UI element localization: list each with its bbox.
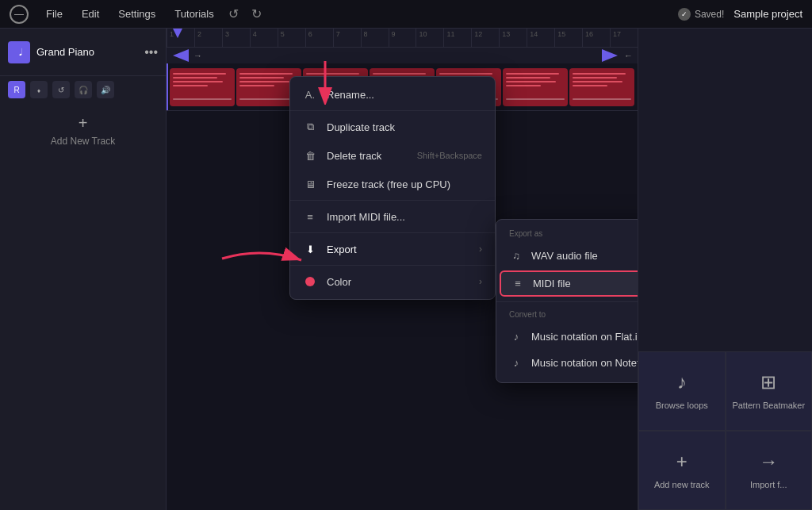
browse-loops-label: Browse loops <box>656 400 708 411</box>
ruler-tick-9: 9 <box>389 29 416 47</box>
panel-card-import[interactable]: → Import f... <box>726 431 813 510</box>
noteflight-icon: ♪ <box>509 357 523 369</box>
freeze-icon: 🖥 <box>303 177 317 191</box>
content-area: 1 2 3 4 5 6 7 8 9 10 11 12 13 14 15 16 1… <box>167 29 638 510</box>
playhead-line <box>167 63 168 110</box>
saved-badge: ✓ Saved! <box>678 8 724 21</box>
playhead-right-arrow <box>602 49 618 62</box>
ctx-sep-4 <box>290 265 495 266</box>
ruler: 1 2 3 4 5 6 7 8 9 10 11 12 13 14 15 16 1… <box>167 29 638 48</box>
panel-card-add-track[interactable]: + Add new track <box>638 431 726 510</box>
add-track-panel-label: Add new track <box>654 479 710 490</box>
ctx-delete-label: Delete track <box>327 150 408 162</box>
export-submenu: Export as ♫ WAV audio file ≡ MIDI file C… <box>496 219 638 383</box>
ctx-export-label: Export <box>327 243 469 255</box>
ctrl-headphone-button[interactable]: 🎧 <box>75 81 92 98</box>
color-arrow-icon: › <box>479 276 482 287</box>
menu-bar: — File Edit Settings Tutorials ↺ ↻ ✓ Sav… <box>0 0 812 29</box>
ruler-tick-3: 3 <box>222 29 250 47</box>
playhead-arrows-bar: → ← <box>167 48 638 63</box>
ruler-tick-6: 6 <box>305 29 333 47</box>
ctx-sep-3 <box>290 232 495 233</box>
project-name[interactable]: Sample project <box>733 8 802 20</box>
midi-file-icon: ≡ <box>511 278 525 290</box>
track-more-button[interactable]: ••• <box>144 45 158 59</box>
ruler-tick-17: 17 <box>610 29 638 47</box>
ctx-import-midi[interactable]: ≡ Import MIDI file... <box>290 202 495 231</box>
track-segment-7[interactable] <box>569 68 634 106</box>
ctrl-midi-button[interactable]: ⬧ <box>30 81 48 98</box>
panel-card-pattern-beatmaker[interactable]: ⊞ Pattern Beatmaker <box>726 351 813 431</box>
ruler-numbers: 1 2 3 4 5 6 7 8 9 10 11 12 13 14 15 16 1… <box>167 29 638 47</box>
add-track-button[interactable]: + Add New Track <box>51 114 115 147</box>
menu-bar-right: ✓ Saved! Sample project <box>678 8 802 21</box>
ctx-duplicate[interactable]: ⧉ Duplicate track <box>290 113 495 141</box>
export-midi[interactable]: ≡ MIDI file <box>500 270 638 297</box>
menu-settings[interactable]: Settings <box>110 5 163 23</box>
ruler-tick-14: 14 <box>527 29 554 47</box>
app-logo[interactable]: — <box>10 5 29 24</box>
redo-button[interactable]: ↻ <box>248 6 265 21</box>
ctx-rename[interactable]: A. Rename... <box>290 80 495 109</box>
playhead-left-arrow <box>173 49 189 62</box>
export-as-label: Export as <box>496 226 638 243</box>
ruler-tick-11: 11 <box>443 29 471 47</box>
export-wav[interactable]: ♫ WAV audio file <box>496 243 638 269</box>
ruler-tick-7: 7 <box>333 29 361 47</box>
panel-card-browse-loops[interactable]: ♪ Browse loops <box>638 351 726 431</box>
export-wav-label: WAV audio file <box>531 250 598 262</box>
ruler-tick-8: 8 <box>361 29 389 47</box>
ctrl-speaker-button[interactable]: 🔊 <box>97 81 114 98</box>
ruler-tick-16: 16 <box>582 29 610 47</box>
convert-to-label: Convert to <box>496 307 638 324</box>
track-name: Grand Piano <box>36 46 138 58</box>
ctrl-r-button[interactable]: R <box>8 81 25 98</box>
ruler-tick-2: 2 <box>194 29 222 47</box>
ctx-export[interactable]: ⬇ Export › <box>290 235 495 263</box>
submenu-divider <box>496 301 638 302</box>
ctx-delete-shortcut: Shift+Backspace <box>417 151 482 160</box>
ctrl-vol-button[interactable]: ↺ <box>52 81 70 98</box>
menu-edit[interactable]: Edit <box>74 5 107 23</box>
export-arrow-icon: › <box>479 243 482 255</box>
export-flat-io-label: Music notation on Flat.io <box>531 331 638 343</box>
track-segment-1[interactable] <box>170 68 235 106</box>
browse-loops-icon: ♪ <box>677 371 687 393</box>
ctx-freeze-label: Freeze track (free up CPU) <box>327 178 482 190</box>
export-noteflight[interactable]: ♪ Music notation on Noteflight <box>496 350 638 376</box>
left-sidebar: 𝅘𝅥 Grand Piano ••• R ⬧ ↺ 🎧 🔊 + Add New T… <box>0 29 167 510</box>
saved-label: Saved! <box>695 9 724 20</box>
wav-icon: ♫ <box>509 250 523 262</box>
ruler-tick-12: 12 <box>471 29 499 47</box>
add-track-label: Add New Track <box>51 136 115 147</box>
menu-file[interactable]: File <box>38 5 71 23</box>
import-label: Import f... <box>750 479 787 490</box>
ctx-sep-1 <box>290 110 495 111</box>
ctx-rename-label: Rename... <box>327 89 482 101</box>
ctx-color[interactable]: Color › <box>290 267 495 296</box>
track-icon: 𝅘𝅥 <box>8 41 30 63</box>
export-flat-io[interactable]: ♪ Music notation on Flat.io <box>496 324 638 350</box>
track-header: 𝅘𝅥 Grand Piano ••• <box>0 29 166 76</box>
pattern-beatmaker-label: Pattern Beatmaker <box>732 400 805 411</box>
ctx-import-midi-label: Import MIDI file... <box>327 211 482 223</box>
ruler-tick-4: 4 <box>250 29 278 47</box>
track-controls: R ⬧ ↺ 🎧 🔊 <box>0 81 166 98</box>
delete-icon: 🗑 <box>303 148 317 163</box>
ctx-duplicate-label: Duplicate track <box>327 121 482 133</box>
export-icon: ⬇ <box>303 242 317 256</box>
undo-button[interactable]: ↺ <box>225 6 242 21</box>
main-layout: 𝅘𝅥 Grand Piano ••• R ⬧ ↺ 🎧 🔊 + Add New T… <box>0 29 812 510</box>
ctx-freeze[interactable]: 🖥 Freeze track (free up CPU) <box>290 170 495 198</box>
check-icon: ✓ <box>678 8 691 21</box>
import-icon: → <box>759 451 778 473</box>
ctx-delete[interactable]: 🗑 Delete track Shift+Backspace <box>290 141 495 170</box>
plus-icon: + <box>79 114 88 132</box>
logo-symbol: — <box>14 9 24 20</box>
ruler-tick-5: 5 <box>278 29 305 47</box>
ruler-tick-10: 10 <box>416 29 443 47</box>
context-menu: A. Rename... ⧉ Duplicate track 🗑 Delete … <box>289 76 496 300</box>
menu-tutorials[interactable]: Tutorials <box>167 5 221 23</box>
track-segment-6[interactable] <box>503 68 568 106</box>
color-dot-icon <box>303 274 317 289</box>
